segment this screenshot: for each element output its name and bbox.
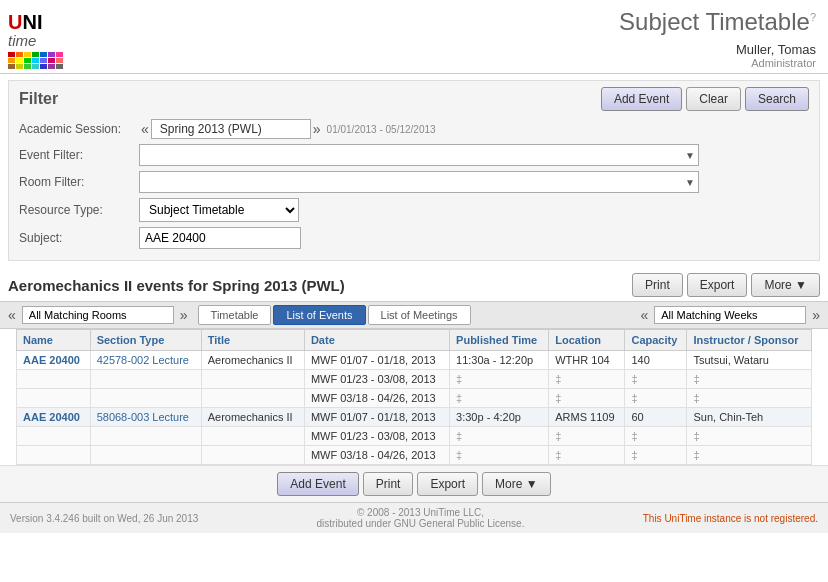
cell-name bbox=[17, 370, 91, 389]
room-filter-tab-input[interactable] bbox=[22, 306, 174, 324]
tab-list-events[interactable]: List of Events bbox=[273, 305, 365, 325]
cell-title bbox=[201, 370, 304, 389]
subject-label: Subject: bbox=[19, 231, 139, 245]
week-filter-tab-input[interactable] bbox=[654, 306, 806, 324]
events-table: Name Section Type Title Date Published T… bbox=[16, 329, 812, 465]
resource-type-label: Resource Type: bbox=[19, 203, 139, 217]
footer-copyright: © 2008 - 2013 UniTime LLC, distributed u… bbox=[317, 507, 525, 529]
week-filter-next-arrow[interactable]: » bbox=[812, 307, 820, 323]
cell-section bbox=[90, 446, 201, 465]
search-button[interactable]: Search bbox=[745, 87, 809, 111]
event-filter-label: Event Filter: bbox=[19, 148, 139, 162]
resource-type-select[interactable]: Subject Timetable bbox=[139, 198, 299, 222]
subject-row: Subject: bbox=[19, 227, 809, 249]
table-row: AAE 20400 42578-002 Lecture Aeromechanic… bbox=[17, 351, 812, 370]
room-filter-next-arrow[interactable]: » bbox=[180, 307, 188, 323]
cell-pubtime: 11:30a - 12:20p bbox=[450, 351, 549, 370]
table-row: MWF 03/18 - 04/26, 2013 ‡ ‡ ‡ ‡ bbox=[17, 389, 812, 408]
cell-title: Aeromechanics II bbox=[201, 351, 304, 370]
event-filter-wrapper: ▼ bbox=[139, 144, 699, 166]
col-instructor: Instructor / Sponsor bbox=[687, 330, 812, 351]
cell-title bbox=[201, 389, 304, 408]
cell-date: MWF 01/23 - 03/08, 2013 bbox=[304, 427, 449, 446]
cell-capacity: ‡ bbox=[625, 427, 687, 446]
col-location: Location bbox=[549, 330, 625, 351]
cell-instructor: ‡ bbox=[687, 427, 812, 446]
event-filter-input[interactable] bbox=[139, 144, 699, 166]
export-button-top[interactable]: Export bbox=[687, 273, 748, 297]
session-next-arrow[interactable]: » bbox=[313, 121, 321, 137]
cell-date: MWF 01/07 - 01/18, 2013 bbox=[304, 408, 449, 427]
tab-buttons: Timetable List of Events List of Meeting… bbox=[198, 305, 471, 325]
results-section: Aeromechanics II events for Spring 2013 … bbox=[0, 267, 828, 502]
filter-buttons: Add Event Clear Search bbox=[601, 87, 809, 111]
week-filter-prev-arrow[interactable]: « bbox=[640, 307, 648, 323]
tabs-right: « » bbox=[638, 306, 822, 324]
more-button-top[interactable]: More ▼ bbox=[751, 273, 820, 297]
tabs-bar: « » Timetable List of Events List of Mee… bbox=[0, 301, 828, 329]
cell-location: WTHR 104 bbox=[549, 351, 625, 370]
col-title: Title bbox=[201, 330, 304, 351]
table-header-row: Name Section Type Title Date Published T… bbox=[17, 330, 812, 351]
print-button-top[interactable]: Print bbox=[632, 273, 683, 297]
clear-button[interactable]: Clear bbox=[686, 87, 741, 111]
cell-instructor: ‡ bbox=[687, 446, 812, 465]
cell-date: MWF 01/23 - 03/08, 2013 bbox=[304, 370, 449, 389]
logo-u: U bbox=[8, 11, 22, 34]
cell-name: AAE 20400 bbox=[17, 408, 91, 427]
cell-date: MWF 03/18 - 04/26, 2013 bbox=[304, 446, 449, 465]
cell-pubtime: 3:30p - 4:20p bbox=[450, 408, 549, 427]
page-title: Subject Timetable? bbox=[619, 8, 816, 36]
filter-title: Filter bbox=[19, 90, 58, 108]
room-filter-wrapper: ▼ bbox=[139, 171, 699, 193]
user-role: Administrator bbox=[619, 57, 816, 69]
cell-date: MWF 03/18 - 04/26, 2013 bbox=[304, 389, 449, 408]
room-filter-input[interactable] bbox=[139, 171, 699, 193]
session-prev-arrow[interactable]: « bbox=[141, 121, 149, 137]
cell-name: AAE 20400 bbox=[17, 351, 91, 370]
table-row: MWF 03/18 - 04/26, 2013 ‡ ‡ ‡ ‡ bbox=[17, 446, 812, 465]
add-event-button-bottom[interactable]: Add Event bbox=[277, 472, 358, 496]
academic-session-label: Academic Session: bbox=[19, 122, 139, 136]
results-header: Aeromechanics II events for Spring 2013 … bbox=[0, 267, 828, 301]
logo-time-text: time bbox=[8, 32, 68, 49]
logo-grid bbox=[8, 52, 68, 69]
cell-pubtime: ‡ bbox=[450, 427, 549, 446]
cell-pubtime: ‡ bbox=[450, 389, 549, 408]
cell-instructor: ‡ bbox=[687, 389, 812, 408]
room-filter-label: Room Filter: bbox=[19, 175, 139, 189]
logo-box: UNI time bbox=[8, 11, 68, 66]
header-title-area: Subject Timetable? Muller, Tomas Adminis… bbox=[619, 8, 816, 69]
room-filter-row: Room Filter: ▼ bbox=[19, 171, 809, 193]
col-section: Section Type bbox=[90, 330, 201, 351]
tab-list-meetings[interactable]: List of Meetings bbox=[368, 305, 471, 325]
cell-date: MWF 01/07 - 01/18, 2013 bbox=[304, 351, 449, 370]
tab-timetable[interactable]: Timetable bbox=[198, 305, 272, 325]
bottom-buttons: Add Event Print Export More ▼ bbox=[0, 465, 828, 502]
cell-title bbox=[201, 427, 304, 446]
cell-name bbox=[17, 389, 91, 408]
col-date: Date bbox=[304, 330, 449, 351]
subject-input[interactable] bbox=[139, 227, 301, 249]
logo-ni: NI bbox=[22, 11, 42, 34]
cell-section: 42578-002 Lecture bbox=[90, 351, 201, 370]
col-pubtime: Published Time bbox=[450, 330, 549, 351]
room-filter-prev-arrow[interactable]: « bbox=[8, 307, 16, 323]
more-button-bottom[interactable]: More ▼ bbox=[482, 472, 551, 496]
footer-notice: This UniTime instance is not registered. bbox=[643, 513, 818, 524]
cell-location: ‡ bbox=[549, 370, 625, 389]
print-button-bottom[interactable]: Print bbox=[363, 472, 414, 496]
add-event-button[interactable]: Add Event bbox=[601, 87, 682, 111]
cell-section bbox=[90, 427, 201, 446]
footer-version: Version 3.4.246 built on Wed, 26 Jun 201… bbox=[10, 513, 198, 524]
cell-name bbox=[17, 427, 91, 446]
tabs-left: « » bbox=[6, 306, 190, 324]
cell-instructor: Tsutsui, Wataru bbox=[687, 351, 812, 370]
cell-instructor: Sun, Chin-Teh bbox=[687, 408, 812, 427]
results-header-buttons: Print Export More ▼ bbox=[632, 273, 820, 297]
table-wrapper: Name Section Type Title Date Published T… bbox=[0, 329, 828, 465]
export-button-bottom[interactable]: Export bbox=[417, 472, 478, 496]
filter-header: Filter Add Event Clear Search bbox=[19, 87, 809, 111]
cell-capacity: 60 bbox=[625, 408, 687, 427]
page-header: UNI time Subject Timetable? Muller, Toma… bbox=[0, 0, 828, 74]
